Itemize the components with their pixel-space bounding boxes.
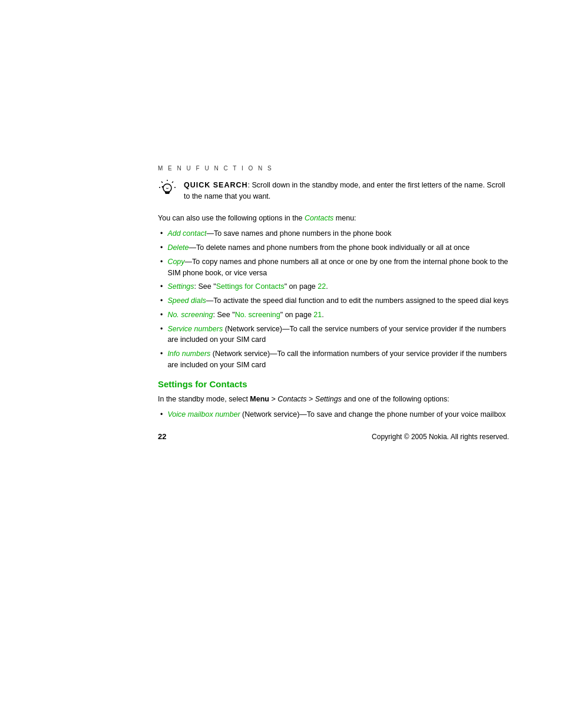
settings-section-intro: In the standby mode, select Menu > Conta… [158,394,509,405]
settings-page-link[interactable]: 22 [318,282,326,291]
item-copy: Copy [167,258,184,266]
svg-line-3 [161,182,163,183]
list-item-content: Service numbers (Network service)—To cal… [167,324,509,346]
item-service-numbers: Service numbers [167,325,223,333]
list-item-content: Info numbers (Network service)—To call t… [167,348,509,371]
menu-functions-label: M e n u f u n c t i o n s [158,165,509,172]
list-item-content: Delete—To delete names and phone numbers… [167,242,509,253]
item-info-numbers: Info numbers [167,350,210,358]
list-item: Service numbers (Network service)—To cal… [158,324,509,346]
list-item-content: Voice mailbox number (Network service)—T… [167,409,509,420]
svg-point-5 [163,184,171,192]
item-speed-dials: Speed dials [167,297,206,305]
settings-for-contacts-heading: Settings for Contacts [158,379,509,389]
svg-line-1 [172,182,173,183]
item-delete: Delete [167,243,189,252]
intro-text-after: menu: [333,214,356,222]
list-item: Speed dials—To activate the speed dial f… [158,295,509,307]
item-add-contact: Add contact [167,229,206,238]
content-area: M e n u f u n c t i o n s [158,0,509,441]
menu-options-list: Add contact—To save names and phone numb… [158,228,509,370]
contacts-italic: Contacts [277,395,306,403]
settings-for-contacts-link[interactable]: Settings for Contacts [216,282,285,291]
page-footer: 22 Copyright © 2005 Nokia. All rights re… [158,432,509,441]
list-item-content: Speed dials—To activate the speed dial f… [167,295,509,307]
intro-text-before: You can also use the following options i… [158,214,305,222]
page-number: 22 [158,432,166,441]
list-item: Add contact—To save names and phone numb… [158,228,509,239]
settings-italic: Settings [315,395,342,403]
item-no-screening: No. screening [167,311,213,319]
list-item-content: No. screening: See "No. screening" on pa… [167,309,509,321]
item-voice-mailbox: Voice mailbox number [167,410,240,419]
list-item: Info numbers (Network service)—To call t… [158,348,509,371]
lightbulb-icon [158,180,177,199]
no-screening-page-link[interactable]: 21 [313,311,322,319]
list-item: No. screening: See "No. screening" on pa… [158,309,509,321]
settings-options-list: Voice mailbox number (Network service)—T… [158,409,509,420]
list-item-content: Copy—To copy names and phone numbers all… [167,256,509,279]
footer-copyright: Copyright © 2005 Nokia. All rights reser… [372,433,509,441]
menu-bold: Menu [250,395,269,403]
list-item: Copy—To copy names and phone numbers all… [158,256,509,279]
contacts-menu-link[interactable]: Contacts [305,214,333,222]
no-screening-link[interactable]: No. screening [235,311,280,319]
intro-paragraph: You can also use the following options i… [158,213,509,224]
quick-search-text: QUICK SEARCH: Scroll down in the standby… [184,180,509,202]
list-item: Settings: See "Settings for Contacts" on… [158,281,509,292]
list-item: Delete—To delete names and phone numbers… [158,242,509,253]
list-item: Voice mailbox number (Network service)—T… [158,409,509,420]
list-item-content: Add contact—To save names and phone numb… [167,228,509,239]
page: M e n u f u n c t i o n s [0,0,562,728]
list-item-content: Settings: See "Settings for Contacts" on… [167,281,509,292]
item-settings: Settings [167,282,194,291]
quick-search-title: QUICK SEARCH [184,181,248,189]
quick-search-box: QUICK SEARCH: Scroll down in the standby… [158,180,509,202]
